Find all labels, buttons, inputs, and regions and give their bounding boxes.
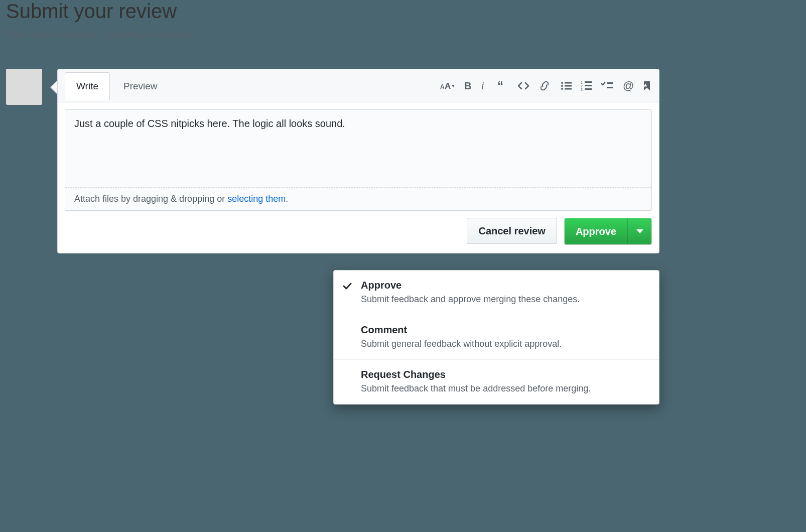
svg-rect-13 <box>585 81 592 83</box>
toolbar-group-insert: “ <box>497 81 551 91</box>
svg-text:“: “ <box>497 81 503 91</box>
svg-text:3: 3 <box>581 88 583 91</box>
review-panel: Write Preview AA B i “ <box>57 69 659 253</box>
svg-text:B: B <box>464 81 471 91</box>
tab-preview[interactable]: Preview <box>112 72 169 100</box>
svg-text:A: A <box>445 81 451 91</box>
cancel-button[interactable]: Cancel review <box>467 218 557 244</box>
approve-split-button: Approve <box>564 218 652 245</box>
chevron-down-icon <box>636 229 643 233</box>
formatting-toolbar: AA B i “ <box>440 80 659 91</box>
review-type-dropdown: Approve Submit feedback and approve merg… <box>333 270 659 405</box>
svg-rect-11 <box>565 88 572 89</box>
comment-textarea[interactable] <box>65 110 651 185</box>
dropdown-item-comment[interactable]: Comment Submit general feedback without … <box>334 315 659 360</box>
dropdown-item-approve[interactable]: Approve Submit feedback and approve merg… <box>334 271 659 315</box>
svg-marker-2 <box>452 85 455 87</box>
attach-prefix: Attach files by dragging & dropping or <box>74 194 227 204</box>
bullet-list-icon[interactable] <box>561 81 572 91</box>
dropdown-item-title: Comment <box>361 324 648 336</box>
avatar <box>6 69 42 105</box>
panel-caret <box>50 80 57 94</box>
dropdown-item-title: Request Changes <box>361 369 648 380</box>
dropdown-item-request-changes[interactable]: Request Changes Submit feedback that mus… <box>334 360 659 404</box>
page-title: Submit your review <box>6 0 177 23</box>
svg-point-6 <box>561 82 563 84</box>
svg-rect-15 <box>585 85 592 86</box>
svg-text:i: i <box>481 81 484 91</box>
svg-rect-9 <box>565 85 572 86</box>
svg-rect-17 <box>585 88 592 90</box>
svg-text:@: @ <box>623 80 634 91</box>
dropdown-item-desc: Submit feedback that must be addressed b… <box>361 383 648 394</box>
svg-point-8 <box>561 85 563 87</box>
approve-button[interactable]: Approve <box>565 218 627 244</box>
attach-suffix: . <box>286 194 288 204</box>
toolbar-group-lists: 123 <box>561 81 613 91</box>
dropdown-item-desc: Submit feedback and approve merging thes… <box>361 294 648 305</box>
tab-write[interactable]: Write <box>65 72 110 100</box>
comment-box: Attach files by dragging & dropping or s… <box>65 109 652 211</box>
attach-hint: Attach files by dragging & dropping or s… <box>65 187 651 210</box>
svg-text:2: 2 <box>581 84 583 88</box>
bold-icon[interactable]: B <box>464 81 472 91</box>
comment-area: Attach files by dragging & dropping or s… <box>58 102 659 218</box>
italic-icon[interactable]: i <box>481 81 487 91</box>
toolbar-group-misc: @ <box>623 80 651 91</box>
dropdown-item-desc: Submit general feedback without explicit… <box>361 339 648 349</box>
code-icon[interactable] <box>517 81 529 91</box>
svg-rect-7 <box>565 82 572 83</box>
check-icon <box>343 282 352 291</box>
link-icon[interactable] <box>539 81 551 91</box>
page-subtitle: This review includes 3 pending comments <box>6 29 192 41</box>
svg-rect-19 <box>607 87 613 88</box>
bookmark-icon[interactable] <box>643 81 651 91</box>
toolbar-group-text: AA B i <box>440 81 487 91</box>
heading-icon[interactable]: AA <box>440 81 455 91</box>
svg-point-10 <box>561 88 563 90</box>
mention-icon[interactable]: @ <box>623 80 634 91</box>
approve-dropdown-toggle[interactable] <box>627 218 651 244</box>
task-list-icon[interactable] <box>601 81 613 91</box>
tab-bar: Write Preview AA B i “ <box>58 69 659 102</box>
attach-link[interactable]: selecting them <box>227 194 286 204</box>
numbered-list-icon[interactable]: 123 <box>581 81 592 91</box>
svg-text:A: A <box>440 83 445 90</box>
svg-rect-18 <box>607 82 613 84</box>
svg-text:1: 1 <box>581 81 583 84</box>
action-bar: Cancel review Approve <box>58 218 659 253</box>
quote-icon[interactable]: “ <box>497 81 508 91</box>
dropdown-item-title: Approve <box>361 280 648 291</box>
